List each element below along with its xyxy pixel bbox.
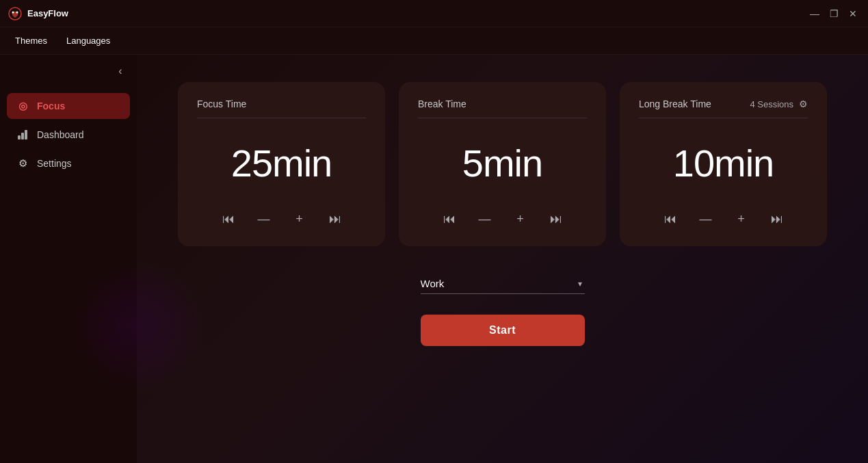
long-break-time-card: Long Break Time 4 Sessions ⚙ 10min ⏮ — +… (620, 82, 827, 246)
work-dropdown[interactable]: Work Study Personal Exercise (421, 274, 585, 294)
long-break-plus-button[interactable]: + (731, 208, 752, 230)
sidebar: ‹ ◎ Focus Dashboard ⚙ Settings (0, 55, 137, 463)
sidebar-item-dashboard[interactable]: Dashboard (7, 122, 130, 148)
focus-time-title: Focus Time (197, 98, 246, 109)
cards-row: Focus Time 25min ⏮ — + ⏭ Break Time 5min… (178, 82, 827, 246)
sidebar-item-settings-label: Settings (37, 158, 72, 169)
sessions-gear-icon[interactable]: ⚙ (799, 98, 808, 109)
start-button[interactable]: Start (421, 315, 585, 346)
restore-button[interactable]: ❐ (827, 7, 841, 21)
sidebar-nav: ◎ Focus Dashboard ⚙ Settings (0, 93, 137, 176)
dashboard-icon (16, 129, 29, 141)
svg-rect-5 (25, 130, 27, 140)
content-area: Focus Time 25min ⏮ — + ⏭ Break Time 5min… (137, 55, 868, 463)
settings-icon: ⚙ (16, 157, 29, 170)
menu-languages[interactable]: Languages (57, 31, 120, 50)
focus-minus-button[interactable]: — (253, 208, 275, 230)
break-time-card-header: Break Time (418, 98, 587, 118)
sidebar-collapse-button[interactable]: ‹ (111, 62, 130, 81)
break-skip-back-button[interactable]: ⏮ (438, 208, 460, 230)
break-time-card: Break Time 5min ⏮ — + ⏭ (399, 82, 606, 246)
long-break-skip-back-button[interactable]: ⏮ (659, 208, 681, 230)
titlebar-left: EasyFlow (8, 7, 68, 21)
menubar: Themes Languages (0, 27, 868, 55)
focus-time-card: Focus Time 25min ⏮ — + ⏭ (178, 82, 385, 246)
sessions-info: 4 Sessions ⚙ (750, 98, 808, 109)
focus-time-controls: ⏮ — + ⏭ (218, 208, 346, 230)
long-break-time-controls: ⏮ — + ⏭ (659, 208, 788, 230)
work-dropdown-wrapper: Work Study Personal Exercise ▾ (421, 274, 585, 294)
sidebar-item-dashboard-label: Dashboard (37, 129, 84, 140)
focus-time-display: 25min (231, 129, 332, 197)
titlebar-controls: — ❐ ✕ (808, 7, 860, 21)
break-skip-forward-button[interactable]: ⏭ (545, 208, 567, 230)
long-break-skip-forward-button[interactable]: ⏭ (766, 208, 788, 230)
focus-skip-back-button[interactable]: ⏮ (218, 208, 239, 230)
sidebar-item-settings[interactable]: ⚙ Settings (7, 150, 130, 176)
svg-rect-3 (18, 135, 21, 140)
sidebar-item-focus-label: Focus (37, 101, 65, 111)
long-break-time-display: 10min (673, 129, 774, 197)
focus-time-card-header: Focus Time (197, 98, 366, 118)
break-time-display: 5min (462, 129, 542, 197)
sessions-count-label: 4 Sessions (750, 99, 793, 109)
long-break-minus-button[interactable]: — (695, 208, 717, 230)
long-break-time-title: Long Break Time (639, 98, 711, 109)
close-button[interactable]: ✕ (846, 7, 860, 21)
break-time-title: Break Time (418, 98, 466, 109)
menu-themes[interactable]: Themes (5, 31, 57, 50)
break-time-controls: ⏮ — + ⏭ (438, 208, 567, 230)
app-logo-icon (8, 7, 22, 21)
focus-plus-button[interactable]: + (289, 208, 311, 230)
svg-point-1 (12, 11, 14, 13)
break-plus-button[interactable]: + (510, 208, 531, 230)
sidebar-item-focus[interactable]: ◎ Focus (7, 93, 130, 119)
main-layout: ‹ ◎ Focus Dashboard ⚙ Settings (0, 55, 868, 463)
break-minus-button[interactable]: — (474, 208, 496, 230)
minimize-button[interactable]: — (808, 7, 821, 21)
svg-point-2 (16, 11, 18, 13)
svg-rect-4 (21, 133, 24, 140)
app-title: EasyFlow (27, 8, 68, 18)
titlebar: EasyFlow — ❐ ✕ (0, 0, 868, 27)
focus-skip-forward-button[interactable]: ⏭ (324, 208, 346, 230)
focus-icon: ◎ (16, 100, 29, 112)
long-break-time-card-header: Long Break Time 4 Sessions ⚙ (639, 98, 808, 118)
